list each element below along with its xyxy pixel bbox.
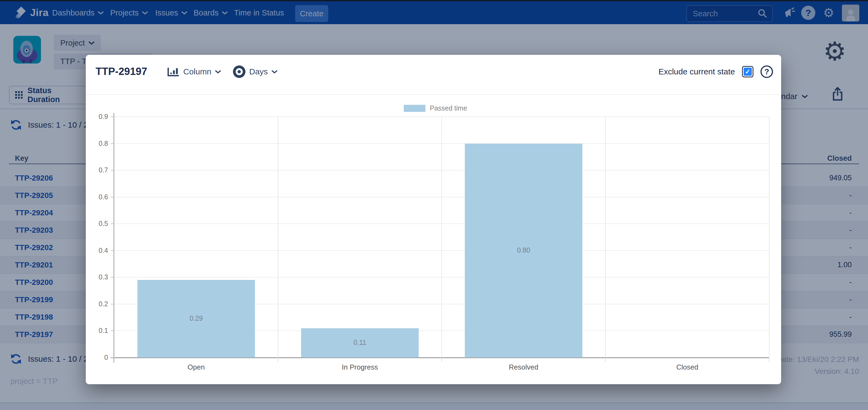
- xtick-stub: [441, 357, 442, 362]
- xtick-stub: [278, 357, 278, 362]
- y-axis-line: [114, 113, 114, 362]
- ytick-stub: [111, 223, 114, 224]
- unit-dropdown[interactable]: Days: [233, 64, 277, 79]
- vgrid: [605, 117, 606, 357]
- ytick-label: 0.7: [78, 166, 108, 174]
- eye-icon: [233, 65, 245, 78]
- xtick-stub: [114, 357, 115, 362]
- modal-header-right: Exclude current state ?: [658, 64, 773, 79]
- vgrid: [441, 117, 442, 357]
- exclude-current-state-checkbox[interactable]: [742, 66, 753, 77]
- chevron-down-icon: [215, 70, 221, 73]
- xcat-label: Resolved: [442, 363, 606, 372]
- check-icon: [744, 68, 752, 76]
- chart-type-dropdown[interactable]: Column: [167, 64, 221, 79]
- ytick-label: 0.3: [78, 273, 108, 281]
- ytick-label: 0.9: [78, 113, 108, 121]
- ytick-stub: [111, 304, 114, 304]
- ytick-stub: [111, 117, 114, 117]
- chart-plot: 00.10.20.30.40.50.60.70.80.9Open0.29In P…: [114, 117, 769, 357]
- modal-header-divider: [86, 94, 781, 95]
- bar-value: 0.80: [442, 246, 606, 254]
- ytick-label: 0.6: [78, 193, 108, 201]
- modal-title: TTP-29197: [96, 66, 147, 77]
- ytick-label: 0: [78, 353, 108, 361]
- ytick-label: 0.8: [78, 139, 108, 148]
- xtick-stub: [769, 357, 770, 362]
- ytick-stub: [111, 197, 114, 197]
- vgrid: [769, 117, 770, 357]
- bar-value: 0.11: [278, 339, 442, 346]
- xcat-label: In Progress: [278, 363, 442, 372]
- ytick-stub: [111, 330, 114, 331]
- ytick-stub: [111, 250, 114, 251]
- legend-label: Passed time: [430, 104, 467, 112]
- xtick-stub: [605, 357, 606, 362]
- ytick-label: 0.1: [78, 327, 108, 335]
- column-chart-icon: [167, 66, 180, 77]
- ytick-stub: [111, 144, 114, 144]
- screen: Jira Dashboards Projects Issues Boards T…: [0, 0, 868, 410]
- ytick-stub: [111, 170, 114, 170]
- chevron-down-icon: [272, 70, 277, 73]
- xcat-label: Open: [114, 363, 278, 372]
- exclude-current-state-label: Exclude current state: [658, 67, 735, 76]
- ytick-label: 0.2: [78, 300, 108, 308]
- ytick-stub: [111, 277, 114, 278]
- legend-swatch: [404, 105, 426, 112]
- xcat-label: Closed: [606, 363, 769, 372]
- chart-legend[interactable]: Passed time: [404, 104, 467, 112]
- ytick-label: 0.4: [78, 247, 108, 254]
- ytick-label: 0.5: [78, 220, 108, 227]
- bar-value: 0.29: [114, 314, 278, 322]
- time-in-status-modal: TTP-29197 Column Days Exclude current st…: [86, 55, 781, 384]
- modal-help-button[interactable]: ?: [761, 65, 773, 78]
